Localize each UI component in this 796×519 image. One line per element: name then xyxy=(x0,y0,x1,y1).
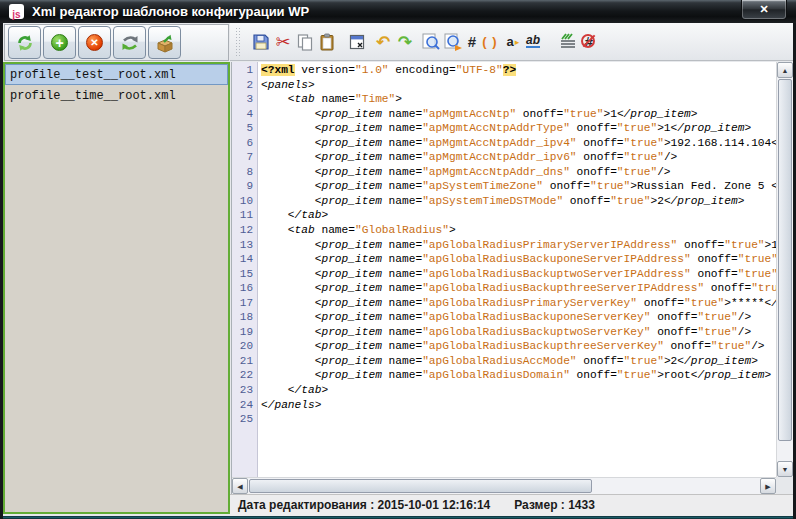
code-line: </tab> xyxy=(261,209,776,224)
sync-button[interactable] xyxy=(113,26,146,59)
line-number-gutter: 1234567891011121314151617181920212223242… xyxy=(232,62,258,477)
horizontal-scrollbar[interactable]: ◀ ▶ xyxy=(232,477,776,494)
horizontal-scroll-thumb[interactable] xyxy=(249,479,592,493)
vertical-scroll-thumb[interactable] xyxy=(778,79,792,441)
line-number: 22 xyxy=(232,369,253,384)
cut-icon: ✂ xyxy=(275,31,290,52)
file-item[interactable]: profile__time__root.xml xyxy=(5,85,228,106)
editor-toolbar: ✂ ↶ ↷ xyxy=(230,23,793,61)
line-number: 19 xyxy=(232,326,253,341)
scrollbar-corner xyxy=(776,477,793,494)
code-line: <tab name="Time"> xyxy=(261,93,776,108)
scroll-right-button[interactable]: ▶ xyxy=(760,478,776,494)
titlebar: js Xml редактор шаблонов конфигурации WP… xyxy=(0,0,796,23)
find-next-button[interactable] xyxy=(443,31,463,52)
hash-button[interactable]: # xyxy=(465,31,479,52)
line-number: 10 xyxy=(232,195,253,210)
line-number: 25 xyxy=(232,413,253,428)
code-line: <prop_item name="apGlobalRadiusPrimarySe… xyxy=(261,239,776,254)
replace-word-icon: ab xyxy=(526,35,540,48)
code-line: <panels> xyxy=(261,79,776,94)
copy-icon xyxy=(296,33,314,51)
complete-word-icon: a xyxy=(507,34,514,49)
code-line: <?xml version="1.0" encoding="UTF-8"?> xyxy=(261,64,776,79)
refresh-button[interactable] xyxy=(8,26,41,59)
export-button[interactable] xyxy=(148,26,181,59)
no-hash-icon: # xyxy=(580,33,598,51)
highlight-lines-icon xyxy=(559,33,577,51)
line-number: 2 xyxy=(232,79,253,94)
parens-button[interactable]: ( ) xyxy=(481,31,499,52)
code-line: <prop_item name="apGlobalRadiusDomain" o… xyxy=(261,369,776,384)
code-line: <prop_item name="apGlobalRadiusBackupthr… xyxy=(261,340,776,355)
code-line: <prop_item name="apGlobalRadiusBackupone… xyxy=(261,311,776,326)
sync-icon xyxy=(120,33,140,53)
redo-button[interactable]: ↷ xyxy=(395,31,415,52)
code-line: <prop_item name="apSystemTimeDSTMode" on… xyxy=(261,195,776,210)
find-next-icon xyxy=(443,32,463,52)
status-date: Дата редактирования : 2015-10-01 12:16:1… xyxy=(238,498,490,512)
code-line: <prop_item name="apMgmtAccNtpAddrType" o… xyxy=(261,122,776,137)
line-number: 24 xyxy=(232,399,253,414)
scroll-left-button[interactable]: ◀ xyxy=(232,478,248,494)
hash-icon: # xyxy=(468,33,476,50)
file-list[interactable]: profile__test__root.xmlprofile__time__ro… xyxy=(3,62,230,514)
toolbar-grip[interactable] xyxy=(235,27,241,57)
parens-icon: ( ) xyxy=(482,34,497,49)
complete-word-button[interactable]: a ▸ xyxy=(505,31,521,52)
code-line: <prop_item name="apSystemTimeZone" onoff… xyxy=(261,180,776,195)
complete-word-arrow-icon: ▸ xyxy=(515,37,520,47)
window-body: + ✕ profile__test__root.xmlprofile__time… xyxy=(3,23,793,516)
code-line: <prop_item name="apGlobalRadiusAccMode" … xyxy=(261,355,776,370)
find-button[interactable] xyxy=(421,31,441,52)
code-line: <prop_item name="apGlobalRadiusBackupthr… xyxy=(261,282,776,297)
line-number: 1 xyxy=(232,64,253,79)
line-number: 14 xyxy=(232,253,253,268)
redo-icon: ↷ xyxy=(398,32,412,52)
highlight-lines-button[interactable] xyxy=(559,31,577,52)
code-line: <prop_item name="apGlobalRadiusBackupone… xyxy=(261,253,776,268)
select-fragment-button[interactable] xyxy=(347,31,367,52)
status-size: Размер : 1433 xyxy=(514,498,595,512)
code-line: <prop_item name="apMgmtAccNtp" onoff="tr… xyxy=(261,108,776,123)
copy-button[interactable] xyxy=(295,31,315,52)
line-number: 7 xyxy=(232,151,253,166)
line-number: 3 xyxy=(232,93,253,108)
no-hash-button[interactable]: # xyxy=(579,31,599,52)
refresh-icon xyxy=(15,33,35,53)
paste-icon xyxy=(318,33,336,51)
add-button[interactable]: + xyxy=(43,26,76,59)
save-button[interactable] xyxy=(251,31,271,52)
line-number: 11 xyxy=(232,209,253,224)
scroll-up-button[interactable]: ▲ xyxy=(777,62,793,78)
undo-icon: ↶ xyxy=(376,32,390,52)
line-number: 6 xyxy=(232,137,253,152)
code-line: <prop_item name="apGlobalRadiusBackuptwo… xyxy=(261,326,776,341)
replace-word-button[interactable]: ab xyxy=(523,31,543,52)
code-lines[interactable]: <?xml version="1.0" encoding="UTF-8"?><p… xyxy=(261,64,776,477)
code-line: </panels> xyxy=(261,399,776,414)
xml-editor: 1234567891011121314151617181920212223242… xyxy=(231,62,793,494)
code-line xyxy=(261,413,776,428)
save-icon xyxy=(252,33,270,51)
vertical-scrollbar[interactable]: ▲ ▼ xyxy=(776,62,793,477)
code-line: <tab name="GlobalRadius"> xyxy=(261,224,776,239)
code-line: <prop_item name="apMgmtAccNtpAddr_ipv6" … xyxy=(261,151,776,166)
line-number: 23 xyxy=(232,384,253,399)
line-number: 18 xyxy=(232,311,253,326)
line-number: 5 xyxy=(232,122,253,137)
scroll-down-button[interactable]: ▼ xyxy=(777,461,793,477)
close-button[interactable]: ✕ xyxy=(741,0,787,20)
find-icon xyxy=(421,32,441,52)
paste-button[interactable] xyxy=(317,31,337,52)
select-fragment-icon xyxy=(348,33,366,51)
file-item[interactable]: profile__test__root.xml xyxy=(5,64,228,85)
code-line: <prop_item name="apGlobalRadiusBackuptwo… xyxy=(261,268,776,283)
line-number: 8 xyxy=(232,166,253,181)
statusbar: Дата редактирования : 2015-10-01 12:16:1… xyxy=(230,494,793,516)
delete-button[interactable]: ✕ xyxy=(78,26,111,59)
cut-button[interactable]: ✂ xyxy=(273,31,293,52)
app-icon: js xyxy=(9,4,24,19)
undo-button[interactable]: ↶ xyxy=(373,31,393,52)
line-number: 21 xyxy=(232,355,253,370)
